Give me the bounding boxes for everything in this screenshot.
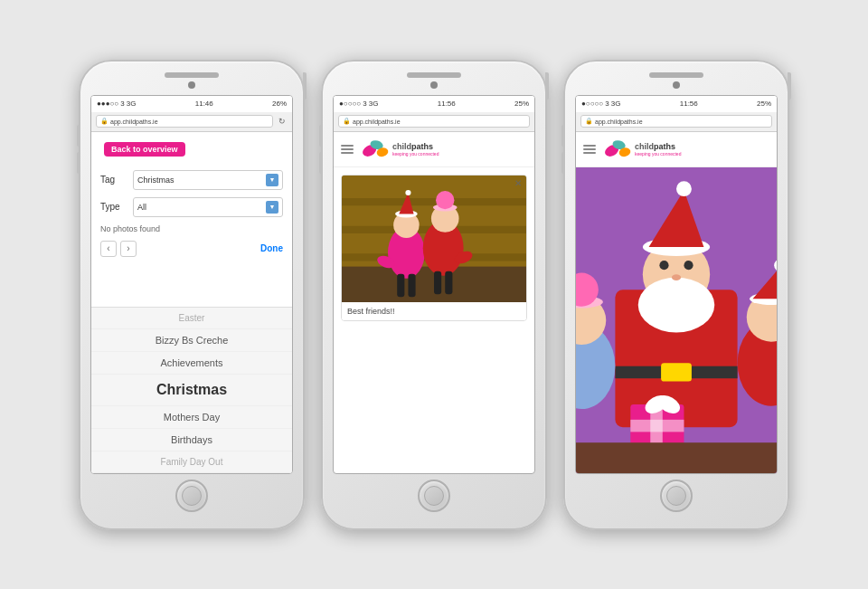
list-item[interactable]: Birthdays (91, 429, 292, 451)
list-item[interactable]: Mothers Day (91, 406, 292, 429)
list-item[interactable]: Family Day Out (91, 451, 292, 473)
dropdown-list: Easter Bizzy Bs Creche Achievements Chri… (91, 307, 292, 473)
status-bar: ●○○○○ 3 3G 11:56 25% (576, 96, 777, 112)
home-button[interactable] (660, 480, 693, 512)
svg-point-14 (405, 189, 410, 195)
battery-indicator: 25% (757, 100, 771, 108)
tag-select[interactable]: Christmas ▼ (133, 170, 283, 190)
svg-rect-22 (408, 273, 415, 297)
svg-point-34 (676, 181, 692, 196)
list-item[interactable]: Achievements (91, 352, 292, 375)
back-area: Back to overview (91, 132, 292, 166)
refresh-button[interactable]: ↻ (277, 116, 288, 127)
time-display: 11:56 (680, 100, 698, 108)
camera (188, 81, 195, 89)
svg-rect-23 (434, 271, 441, 294)
type-select[interactable]: All ▼ (133, 197, 283, 217)
status-right: 25% (757, 100, 771, 108)
list-item[interactable]: Easter (91, 308, 292, 329)
power-button[interactable] (788, 72, 791, 100)
next-page-button[interactable]: › (120, 241, 137, 257)
list-item[interactable]: Bizzy Bs Creche (91, 329, 292, 352)
phone-3-screen: ●○○○○ 3 3G 11:56 25% 🔒 app.childpaths.ie (575, 95, 778, 474)
done-button[interactable]: Done (260, 243, 283, 253)
home-button[interactable] (175, 480, 208, 512)
power-button[interactable] (303, 72, 307, 100)
logo-text: child paths keeping you connected (635, 142, 681, 157)
filter-area: Tag Christmas ▼ Type All ▼ No photo (91, 166, 292, 307)
home-button-inner (182, 486, 202, 506)
type-filter-row: Type All ▼ (100, 197, 283, 217)
app-header: child paths keeping you connected (576, 132, 777, 167)
speaker (165, 72, 219, 78)
logo-text: child paths keeping you connected (392, 142, 439, 157)
logo-child-text: child (635, 142, 654, 151)
signal-dots: ●○○○○ (339, 100, 361, 108)
status-left: ●●●○○ 3 3G (97, 100, 137, 108)
hamburger-line (583, 152, 596, 154)
logo-tagline: keeping you connected (392, 151, 439, 157)
network-type: 3 3G (605, 100, 620, 108)
logo-paths-text: paths (654, 142, 675, 151)
phone-2: ●○○○○ 3 3G 11:56 25% 🔒 app.childpaths.ie (321, 60, 547, 530)
power-button[interactable] (545, 72, 549, 100)
signal-dots: ●●●○○ (97, 100, 118, 108)
volume-down-button[interactable] (319, 152, 323, 174)
volume-down-button[interactable] (561, 152, 565, 174)
home-button-inner (666, 486, 686, 506)
hamburger-line (341, 152, 354, 154)
speaker (407, 72, 461, 78)
page-arrows: ‹ › (100, 241, 137, 257)
svg-point-18 (436, 190, 454, 208)
lock-icon: 🔒 (585, 118, 593, 125)
back-to-overview-button[interactable]: Back to overview (104, 142, 185, 157)
phone-1-content: Back to overview Tag Christmas ▼ Type Al… (91, 132, 292, 473)
battery-indicator: 26% (272, 100, 287, 108)
app-logo: child paths keeping you connected (361, 138, 439, 161)
phones-container: ●●●○○ 3 3G 11:46 26% 🔒 app.childpaths.ie… (79, 60, 789, 530)
tag-label: Tag (100, 175, 127, 185)
childpaths-logo-icon (361, 138, 390, 161)
phone-2-screen: ●○○○○ 3 3G 11:56 25% 🔒 app.childpaths.ie (333, 95, 535, 474)
prev-page-button[interactable]: ‹ (100, 241, 117, 257)
hamburger-menu[interactable] (341, 145, 354, 154)
tag-value: Christmas (137, 176, 175, 185)
pagination-row: ‹ › Done (100, 237, 283, 261)
status-left: ●○○○○ 3 3G (581, 100, 621, 108)
kids-photo-art (342, 176, 526, 302)
home-button[interactable] (418, 480, 450, 512)
santa-photo-area (576, 167, 777, 473)
svg-rect-39 (661, 363, 692, 381)
address-bar[interactable]: 🔒 app.childpaths.ie (338, 115, 530, 128)
list-item-selected[interactable]: Christmas (91, 375, 292, 406)
volume-down-button[interactable] (77, 152, 80, 174)
camera (673, 81, 680, 89)
network-type: 3 3G (120, 100, 136, 108)
phone-2-content: child paths keeping you connected ✕ (334, 132, 534, 473)
hamburger-menu[interactable] (583, 145, 596, 154)
volume-up-button[interactable] (561, 125, 565, 147)
childpaths-logo-icon (603, 138, 632, 161)
volume-up-button[interactable] (319, 125, 323, 147)
address-bar[interactable]: 🔒 app.childpaths.ie (96, 115, 273, 128)
santa-photo-art (576, 167, 777, 473)
svg-point-35 (659, 261, 668, 270)
logo-child-text: child (392, 142, 411, 151)
hamburger-line (341, 148, 354, 150)
time-display: 11:46 (195, 100, 213, 108)
lock-icon: 🔒 (100, 118, 108, 125)
browser-bar: 🔒 app.childpaths.ie (334, 112, 534, 132)
lock-icon: 🔒 (343, 118, 351, 125)
type-select-arrow: ▼ (266, 201, 278, 214)
volume-up-button[interactable] (77, 125, 80, 147)
close-photo-button[interactable]: ✕ (514, 178, 522, 188)
svg-rect-24 (445, 271, 452, 294)
app-header: child paths keeping you connected (334, 132, 534, 167)
svg-rect-51 (630, 419, 684, 432)
url-text: app.childpaths.ie (595, 119, 643, 125)
time-display: 11:56 (438, 100, 456, 108)
address-bar[interactable]: 🔒 app.childpaths.ie (580, 115, 772, 128)
phone-3-content: child paths keeping you connected (576, 132, 777, 473)
browser-bar: 🔒 app.childpaths.ie ↻ (91, 112, 292, 132)
phone-top (86, 72, 297, 91)
